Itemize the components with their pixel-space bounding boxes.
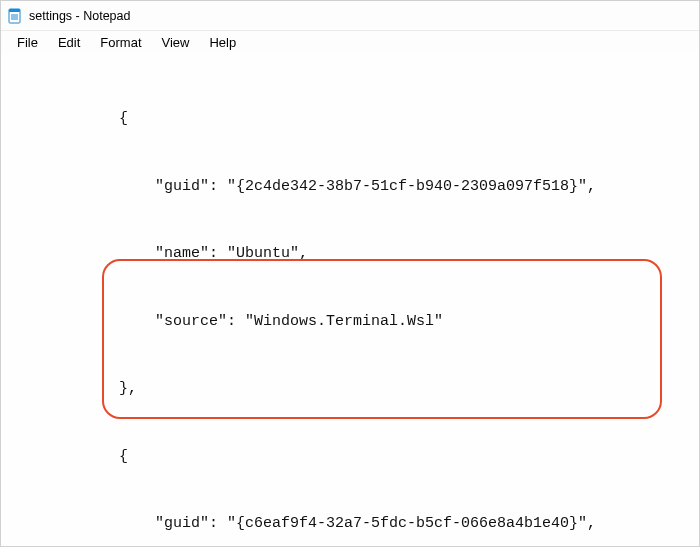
code-line: "name": "Ubuntu", [11, 243, 689, 266]
window-title: settings - Notepad [29, 9, 130, 23]
code-line: "guid": "{c6eaf9f4-32a7-5fdc-b5cf-066e8a… [11, 513, 689, 536]
notepad-icon [7, 8, 23, 24]
code-line: "guid": "{2c4de342-38b7-51cf-b940-2309a0… [11, 176, 689, 199]
menu-format[interactable]: Format [90, 33, 151, 52]
code-line: { [11, 108, 689, 131]
code-line: { [11, 446, 689, 469]
menubar: File Edit Format View Help [1, 31, 699, 53]
svg-rect-1 [9, 9, 20, 12]
menu-view[interactable]: View [152, 33, 200, 52]
code-line: "source": "Windows.Terminal.Wsl" [11, 311, 689, 334]
window-titlebar: settings - Notepad [1, 1, 699, 31]
menu-help[interactable]: Help [199, 33, 246, 52]
menu-edit[interactable]: Edit [48, 33, 90, 52]
menu-file[interactable]: File [7, 33, 48, 52]
code-line: }, [11, 378, 689, 401]
text-editor-area[interactable]: { "guid": "{2c4de342-38b7-51cf-b940-2309… [1, 53, 699, 547]
